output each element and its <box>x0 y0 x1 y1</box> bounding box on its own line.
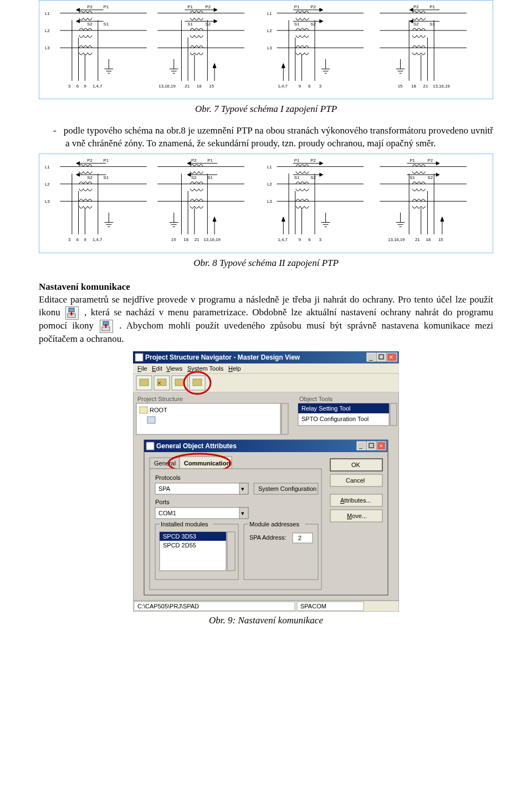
svg-text:15: 15 <box>171 237 176 242</box>
svg-text:2: 2 <box>298 535 301 541</box>
menu-file[interactable]: File <box>137 365 147 372</box>
tab-communication[interactable]: Communication <box>184 460 230 467</box>
svg-text:13,16,19: 13,16,19 <box>204 237 221 242</box>
svg-rect-216 <box>135 353 143 361</box>
svg-text:1,4,7: 1,4,7 <box>93 237 102 242</box>
svg-marker-187 <box>436 173 439 177</box>
tools-scrollbar[interactable] <box>390 403 397 426</box>
svg-text:21: 21 <box>423 84 428 89</box>
menu-views[interactable]: Views <box>166 365 183 372</box>
svg-text:P1: P1 <box>294 5 300 9</box>
tab-general[interactable]: General <box>154 460 176 467</box>
installed-modules-label: Installed modules <box>161 521 208 527</box>
svg-text:6: 6 <box>76 237 79 242</box>
svg-text:13,16,19: 13,16,19 <box>158 84 175 89</box>
svg-text:15: 15 <box>209 84 214 89</box>
svg-text:S2: S2 <box>413 22 419 27</box>
svg-text:S1: S1 <box>410 175 415 180</box>
menu-help[interactable]: Help <box>228 365 241 372</box>
svg-text:S1: S1 <box>294 22 300 27</box>
svg-text:L3: L3 <box>267 199 272 204</box>
svg-text:P2: P2 <box>310 158 316 163</box>
svg-text:P2: P2 <box>310 5 316 9</box>
svg-text:21: 21 <box>195 237 200 242</box>
svg-text:13,16,19: 13,16,19 <box>388 237 405 242</box>
svg-text:P2: P2 <box>87 158 93 163</box>
svg-marker-151 <box>213 217 216 222</box>
figure-9-screenshot: Project Structure Navigator - Master Des… <box>133 351 399 612</box>
bullet-text: - podle typového schéma na obr.8 je uzem… <box>39 125 493 150</box>
svg-text:L2: L2 <box>45 28 50 33</box>
svg-text:18: 18 <box>183 237 188 242</box>
svg-text:▾: ▾ <box>241 510 244 516</box>
svg-rect-219 <box>377 353 386 361</box>
svg-marker-85 <box>410 19 413 23</box>
svg-text:L1: L1 <box>267 11 272 16</box>
svg-text:SPA: SPA <box>158 485 171 492</box>
svg-text:1,4,7: 1,4,7 <box>278 84 288 89</box>
svg-text:P2: P2 <box>427 158 433 163</box>
svg-text:P1: P1 <box>429 5 435 9</box>
svg-text:6: 6 <box>76 84 79 89</box>
spa-address-input[interactable] <box>293 533 313 543</box>
svg-text:21: 21 <box>415 237 420 242</box>
figure-8-diagram: L1L2L3 L1L2L3 P2P1S2S1 3691,4,7 <box>39 153 493 253</box>
svg-text:9: 9 <box>299 237 301 242</box>
svg-text:▾: ▾ <box>241 485 244 492</box>
svg-text:SPCD 3D53: SPCD 3D53 <box>163 533 196 540</box>
svg-marker-137 <box>187 173 191 177</box>
svg-rect-237 <box>147 417 155 423</box>
object-tools-label: Object Tools <box>299 396 333 402</box>
menu-system-tools[interactable]: System Tools <box>187 365 224 372</box>
svg-text:P2: P2 <box>87 5 93 9</box>
svg-marker-185 <box>436 162 439 165</box>
svg-text:ROOT: ROOT <box>150 407 167 413</box>
svg-text:×: × <box>379 442 383 450</box>
section-heading: Nastavení komunikace <box>39 281 130 292</box>
tree-scrollbar[interactable] <box>282 403 288 434</box>
svg-text:S2: S2 <box>205 22 211 27</box>
figure-9-caption: Obr. 9: Nastavení komunikace <box>39 615 493 626</box>
svg-text:P2: P2 <box>191 158 197 163</box>
dialog-window-controls[interactable]: _ × <box>357 442 386 450</box>
navigator-title: Project Structure Navigator - Master Des… <box>145 353 300 361</box>
svg-text:3: 3 <box>68 237 70 242</box>
svg-marker-74 <box>282 64 285 68</box>
window-controls[interactable]: _ × <box>367 353 397 361</box>
svg-text:L1: L1 <box>45 165 50 170</box>
svg-marker-12 <box>76 19 80 23</box>
tool-spto-config[interactable]: SPTO Configuration Tool <box>301 416 369 422</box>
figure-7-diagram: L1L2L3 L1L2L3 <box>39 0 493 99</box>
svg-text:L3: L3 <box>267 45 272 50</box>
status-module: SPACOM <box>300 603 326 609</box>
svg-text:3: 3 <box>68 84 70 89</box>
svg-text:P2: P2 <box>413 5 419 9</box>
svg-text:×: × <box>157 380 161 387</box>
svg-text:P1: P1 <box>294 158 300 163</box>
svg-text:6: 6 <box>308 84 310 89</box>
svg-marker-10 <box>76 8 80 12</box>
svg-text:18: 18 <box>411 84 416 89</box>
tool-relay-setting[interactable]: Relay Setting Tool <box>301 405 350 412</box>
svg-rect-232 <box>193 379 202 386</box>
svg-text:L2: L2 <box>45 182 50 187</box>
svg-text:COM1: COM1 <box>158 510 176 516</box>
svg-marker-58 <box>320 8 323 12</box>
svg-rect-264 <box>227 532 235 571</box>
svg-text:×: × <box>389 353 393 361</box>
svg-text:OK: OK <box>351 462 361 468</box>
svg-rect-245 <box>367 442 376 450</box>
svg-text:P1: P1 <box>410 158 415 163</box>
bullet-body: podle typového schéma na obr.8 je uzemně… <box>64 125 493 148</box>
menu-edit[interactable]: Edit <box>152 365 162 372</box>
spa-address-label: SPA Address: <box>249 534 286 541</box>
status-path: C:\CAP505\PRJ\SPAD <box>137 603 199 609</box>
svg-text:S1: S1 <box>104 22 109 27</box>
svg-text:P2: P2 <box>205 5 211 9</box>
svg-text:Attributes...: Attributes... <box>340 497 371 504</box>
project-structure-label: Project Structure <box>137 396 183 402</box>
svg-marker-135 <box>187 162 191 165</box>
svg-rect-242 <box>146 442 154 450</box>
protocols-label: Protocols <box>155 474 181 481</box>
svg-text:P1: P1 <box>104 158 109 163</box>
